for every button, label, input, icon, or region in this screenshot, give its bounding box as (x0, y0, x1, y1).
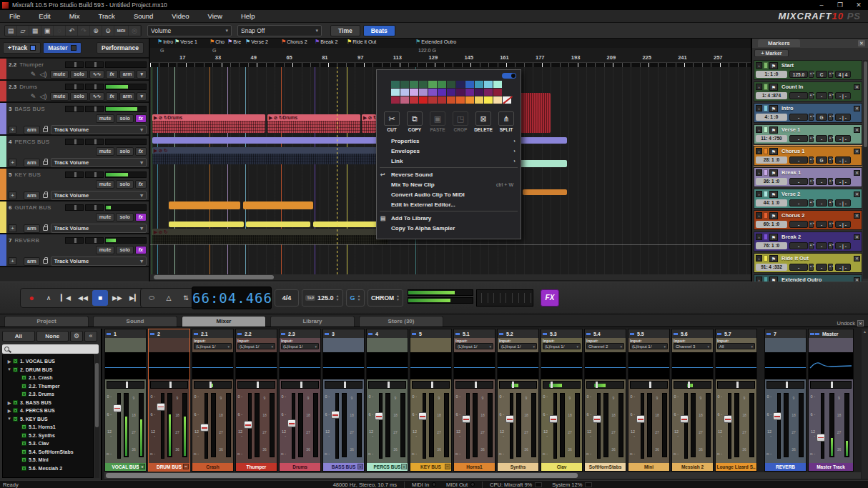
spinner-icon[interactable]: ▲▼ (809, 92, 814, 99)
menu-item-link[interactable]: Link› (377, 156, 521, 166)
channel-strip-2.1[interactable]: 2.1Input:(L)Input 1/▾0 -6 -12 -∞ -918273… (192, 329, 234, 472)
volume-slider[interactable] (85, 106, 104, 112)
pan-thumb[interactable] (126, 382, 128, 388)
timeline-marker-flag[interactable]: ⚑Cho (209, 39, 225, 45)
marker-sig-field[interactable]: - | - (835, 221, 851, 228)
delete-marker-icon[interactable]: ✕ (854, 256, 860, 262)
snap-dropdown[interactable]: Snap Off▾ (237, 25, 322, 36)
add-subtrack-button[interactable]: + (9, 224, 16, 232)
pan-thumb[interactable] (596, 382, 598, 388)
marker-tempo-field[interactable]: 125.0 (789, 71, 808, 78)
tab-store-30-[interactable]: Store (30) (359, 316, 443, 327)
delete-marker-icon[interactable]: ✕ (854, 213, 860, 219)
scale-control[interactable]: CHROM ▲▼ (368, 289, 403, 307)
tree-item-4-percs-bus[interactable]: ▶4. PERCS BUS (3, 407, 93, 415)
bus-toggle-icon[interactable]: + (139, 464, 145, 469)
copy-action[interactable]: ⧉COPY (404, 111, 425, 132)
marker-row[interactable]: ›⚑Chorus 1✕28: 1 :0-▲▼G▲▼- | - (754, 146, 862, 166)
marker-key-field[interactable]: - (816, 221, 827, 228)
spinner-icon[interactable]: ▲▼ (828, 264, 833, 271)
volume-fader[interactable] (679, 392, 689, 462)
channel-strip-5.3[interactable]: 5.3Input:(L)Input 1/▾0 -6 -12 -∞ -918273… (541, 329, 583, 472)
lock-icon[interactable] (43, 128, 48, 132)
pan-slider[interactable] (194, 381, 232, 389)
add-subtrack-button[interactable]: + (9, 126, 16, 134)
track-visible-checkbox[interactable] (13, 367, 18, 372)
add-subtrack-button[interactable]: + (9, 159, 16, 166)
expand-icon[interactable]: › (756, 148, 762, 154)
volume-slider[interactable] (85, 61, 104, 68)
collapse-handle-icon[interactable] (766, 333, 771, 335)
expand-icon[interactable]: › (756, 105, 762, 111)
timeline-marker-flag[interactable]: ⚑Ride it Out (347, 39, 376, 45)
pan-thumb[interactable] (688, 382, 690, 388)
select-none-button[interactable]: None (36, 331, 69, 342)
color-swatch[interactable] (391, 96, 400, 104)
timeline-marker-flag[interactable]: ⚑Intro (157, 39, 173, 45)
marker-time-field[interactable]: 60: 1 :0 (756, 221, 787, 228)
track-visible-checkbox[interactable] (21, 375, 26, 380)
marker-color-chip[interactable] (764, 62, 768, 69)
automation-dropdown[interactable]: Track Volume▾ (51, 224, 147, 233)
timeline-marker-flag[interactable]: ⚑Verse 2 (245, 39, 268, 45)
fader-thumb[interactable] (375, 412, 383, 420)
pan-thumb[interactable] (300, 382, 302, 388)
expand-icon[interactable]: › (756, 255, 762, 262)
pan-thumb[interactable] (388, 382, 390, 388)
tree-item-5-2-synths[interactable]: 5.2. Synths (3, 432, 93, 440)
mute-button[interactable]: mute (96, 213, 115, 221)
color-swatch[interactable] (438, 96, 446, 104)
color-swatch[interactable] (493, 81, 502, 88)
close-icon[interactable]: ✕ (857, 320, 864, 327)
menu-track[interactable]: Track (89, 10, 124, 23)
color-swatch[interactable] (391, 89, 400, 96)
volume-fader[interactable] (112, 392, 122, 462)
color-swatch[interactable] (447, 81, 455, 88)
tree-item-5-key-bus[interactable]: ▼5. KEY BUS (3, 415, 93, 424)
marker-color-chip[interactable] (764, 148, 768, 154)
tree-item-5-1-horns1[interactable]: 5.1. Horns1 (3, 423, 93, 432)
arm-button[interactable]: arm (24, 257, 40, 266)
collapse-handle-icon[interactable] (630, 333, 634, 335)
track-visible-checkbox[interactable] (13, 359, 18, 364)
input-dropdown[interactable]: All▾ (717, 343, 755, 349)
edit-pencil-icon[interactable]: ✎ (29, 93, 39, 100)
add-subtrack-button[interactable]: + (9, 191, 16, 199)
menu-item-mix-to-new-clip[interactable]: Mix To New Clipctrl + W (377, 179, 521, 189)
expand-icon[interactable]: › (756, 277, 762, 282)
fast-forward-button[interactable]: ▶▶ (109, 290, 125, 306)
expand-icon[interactable]: › (756, 234, 762, 240)
color-swatch[interactable] (438, 81, 446, 88)
menu-item-envelopes[interactable]: Envelopes› (377, 146, 521, 156)
menu-item-reverse-sound[interactable]: ↩Reverse Sound (377, 169, 521, 179)
marker-tempo-field[interactable]: - (789, 92, 808, 99)
strip-name-label[interactable]: SoftHornStabs (585, 463, 626, 471)
delete-marker-icon[interactable]: ✕ (854, 191, 860, 197)
volume-fader[interactable] (287, 392, 297, 462)
marker-time-field[interactable]: 1: 1 :0 (756, 71, 787, 78)
pan-thumb[interactable] (736, 382, 739, 388)
menu-item-properties[interactable]: Properties› (377, 136, 521, 146)
tree-item-5-5-mini[interactable]: 5.5. Mini (3, 456, 93, 464)
solo-button[interactable]: solo (116, 114, 133, 123)
menu-help[interactable]: Help (232, 10, 265, 23)
strip-name-label[interactable]: Messiah 2 (672, 463, 713, 471)
fx-button[interactable]: fx (106, 92, 117, 101)
collapse-handle-icon[interactable] (810, 333, 814, 335)
channel-strip-5.1[interactable]: 5.1Input:(L)Input 1/▾0 -6 -12 -∞ -918273… (453, 329, 495, 472)
timeline-marker-flag[interactable]: ⚑Extended Outro (415, 39, 456, 45)
collapse-handle-icon[interactable] (237, 333, 242, 335)
pan-slider[interactable] (107, 381, 144, 389)
automation-dropdown[interactable]: Track Volume▾ (51, 158, 147, 167)
marker-row[interactable]: ›⚑Verse 1✕11: 4 :750-▲▼-▲▼- | - (754, 124, 862, 144)
timeline-marker-flag[interactable]: ⚑Bre (227, 39, 241, 45)
track-visible-checkbox[interactable] (13, 408, 18, 413)
marker-tempo-field[interactable]: - (789, 242, 808, 249)
volume-fader[interactable] (461, 392, 471, 462)
channel-strip-5.2[interactable]: 5.2Input:(L)Input 1/▾0 -6 -12 -∞ -918273… (497, 329, 539, 472)
strip-name-label[interactable]: Master Track (809, 463, 853, 471)
marker-tempo-field[interactable]: - (789, 156, 808, 164)
tab-mixer[interactable]: Mixer (182, 316, 266, 327)
marker-time-field[interactable]: 76: 1 :0 (756, 242, 787, 249)
pan-slider[interactable] (586, 381, 624, 389)
